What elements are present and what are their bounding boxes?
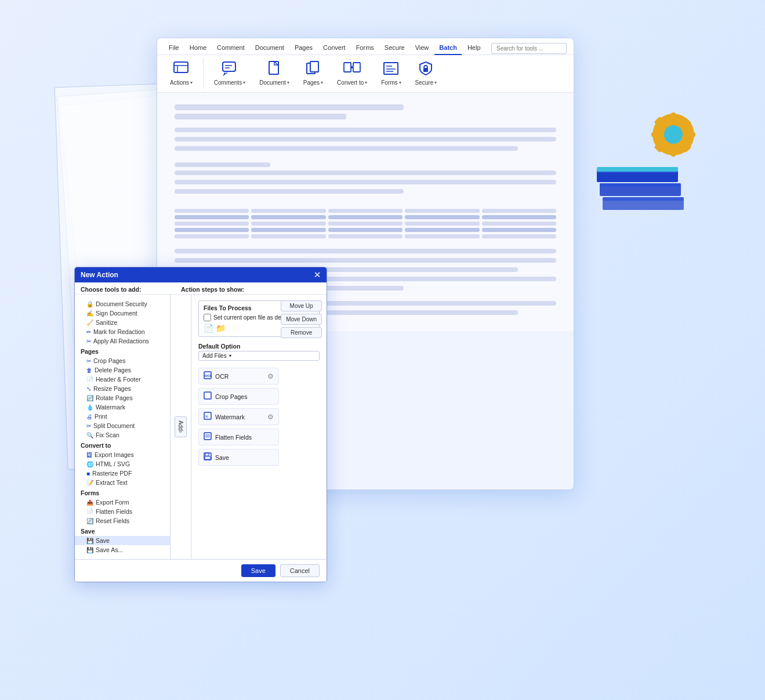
step-crop-pages[interactable]: Crop Pages [198, 388, 279, 405]
svg-rect-18 [174, 62, 188, 72]
step-watermark[interactable]: W Watermark ⚙ [198, 408, 279, 425]
add-file-icon[interactable]: 📄 [204, 324, 213, 333]
pages-button[interactable]: Pages ▾ [298, 59, 329, 88]
document-button[interactable]: Document ▾ [253, 59, 295, 88]
convert-to-section-header: Convert to [75, 440, 170, 450]
svg-rect-24 [269, 61, 278, 74]
svg-rect-1 [603, 197, 684, 201]
tools-item-document-security[interactable]: 🔒 Document Security [75, 299, 170, 309]
tools-item-save[interactable]: 💾Save [75, 536, 170, 545]
dialog-title: New Action [81, 271, 118, 279]
tab-secure[interactable]: Secure [380, 42, 409, 55]
add-step-button[interactable]: Add› [175, 416, 187, 437]
sanitize-icon: 🧹 [86, 320, 93, 326]
dialog-cancel-button[interactable]: Cancel [280, 564, 320, 577]
tools-item-apply-redactions[interactable]: ✂ Apply All Redactions [75, 336, 170, 346]
actions-icon [173, 61, 189, 78]
actions-button[interactable]: Actions ▾ [164, 59, 198, 88]
tools-item-mark-redaction[interactable]: ✏ Mark for Redaction [75, 327, 170, 336]
svg-rect-10 [671, 113, 676, 121]
open-folder-icon[interactable]: 📁 [216, 324, 226, 333]
convert-label: Convert to ▾ [337, 79, 367, 86]
default-option-chevron: ▾ [229, 353, 231, 358]
steps-panel-label: Action steps to show: [176, 286, 321, 293]
tools-item-crop-pages[interactable]: ✂Crop Pages [75, 356, 170, 365]
tools-item-header-footer[interactable]: 📄Header & Footer [75, 375, 170, 384]
ribbon-tabs: File Home Comment Document Pages Convert… [157, 38, 574, 55]
convert-button[interactable]: Convert to ▾ [331, 59, 373, 88]
svg-text:W: W [205, 415, 208, 418]
tab-help[interactable]: Help [463, 42, 485, 55]
tools-item-export-images[interactable]: 🖼Export Images [75, 450, 170, 459]
step-ocr-settings[interactable]: ⚙ [267, 372, 274, 380]
dialog-footer: Save Cancel [75, 559, 327, 582]
crop-pages-icon [204, 391, 212, 401]
remove-button[interactable]: Remove [281, 327, 322, 338]
tools-item-sanitize[interactable]: 🧹 Sanitize [75, 318, 170, 327]
move-down-button[interactable]: Move Down [281, 314, 322, 325]
default-option-label: Default Option [198, 343, 240, 350]
search-input[interactable] [491, 43, 567, 54]
tools-item-rotate-pages[interactable]: 🔃Rotate Pages [75, 393, 170, 402]
secure-label: Secure ▾ [415, 79, 437, 86]
step-save[interactable]: Save [198, 449, 279, 466]
set-current-file-checkbox[interactable] [204, 314, 211, 321]
svg-rect-26 [310, 61, 318, 72]
tools-panel-label: Choose tools to add: [81, 286, 176, 293]
tools-item-save-as[interactable]: 💾Save As... [75, 545, 170, 554]
tab-pages[interactable]: Pages [290, 42, 317, 55]
step-flatten-fields-label: Flatten Fields [215, 434, 274, 441]
tab-comment[interactable]: Comment [212, 42, 249, 55]
tools-item-reset-fields[interactable]: 🔄Reset Fields [75, 516, 170, 525]
dialog-save-button[interactable]: Save [241, 564, 275, 577]
default-option-row: Default Option [198, 343, 320, 350]
dialog-close-button[interactable]: ✕ [314, 271, 321, 279]
tab-convert[interactable]: Convert [318, 42, 350, 55]
ribbon-divider-1 [203, 59, 204, 89]
document-security-icon: 🔒 [86, 301, 93, 307]
tools-item-export-form[interactable]: 📤Export Form [75, 498, 170, 507]
svg-rect-21 [223, 62, 235, 71]
tab-view[interactable]: View [411, 42, 434, 55]
step-flatten-fields[interactable]: Flatten Fields [198, 429, 279, 445]
apply-redactions-icon: ✂ [86, 338, 91, 344]
tab-document[interactable]: Document [251, 42, 289, 55]
new-action-dialog: New Action ✕ Choose tools to add: Action… [74, 267, 327, 582]
tools-item-watermark[interactable]: 💧Watermark [75, 402, 170, 412]
step-ocr[interactable]: OCR OCR ⚙ [198, 368, 279, 385]
step-crop-pages-label: Crop Pages [215, 393, 274, 400]
save-icon [204, 452, 212, 462]
secure-button[interactable]: Secure ▾ [409, 59, 443, 88]
tools-item-print[interactable]: 🖨Print [75, 412, 170, 421]
svg-rect-36 [204, 392, 211, 399]
pages-section-header: Pages [75, 346, 170, 356]
tools-item-delete-pages[interactable]: 🗑Delete Pages [75, 365, 170, 375]
tools-item-rasterize-pdf[interactable]: ■Rasterize PDF [75, 469, 170, 478]
default-option-select[interactable]: Add Files ▾ [198, 351, 320, 361]
flatten-fields-icon [204, 432, 212, 442]
tools-item-extract-text[interactable]: 📝Extract Text [75, 478, 170, 487]
tab-file[interactable]: File [164, 42, 184, 55]
tab-forms[interactable]: Forms [351, 42, 379, 55]
side-buttons: Move Up Move Down Remove [281, 300, 322, 338]
pages-label: Pages ▾ [303, 79, 323, 86]
move-up-button[interactable]: Move Up [281, 300, 322, 311]
search-bar[interactable] [491, 43, 567, 54]
step-watermark-settings[interactable]: ⚙ [267, 413, 274, 421]
tools-item-resize-pages[interactable]: ⤡Resize Pages [75, 384, 170, 393]
tools-panel: 🔒 Document Security ✍ Sign Document 🧹 Sa… [75, 295, 171, 559]
svg-point-9 [664, 125, 683, 144]
tools-item-sign-document[interactable]: ✍ Sign Document [75, 309, 170, 318]
dialog-body: 🔒 Document Security ✍ Sign Document 🧹 Sa… [75, 295, 327, 559]
tab-home[interactable]: Home [185, 42, 211, 55]
tab-batch[interactable]: Batch [434, 42, 462, 55]
svg-rect-3 [600, 183, 681, 187]
tools-item-html-svg[interactable]: 🌐HTML / SVG [75, 459, 170, 469]
forms-button[interactable]: Forms ▾ [375, 59, 407, 88]
convert-icon [343, 61, 361, 78]
tools-item-fix-scan[interactable]: 🔍Fix Scan [75, 430, 170, 440]
tools-item-flatten-fields[interactable]: 📄Flatten Fields [75, 507, 170, 516]
step-watermark-label: Watermark [215, 414, 264, 420]
comments-button[interactable]: Comments ▾ [208, 59, 251, 88]
tools-item-split-document[interactable]: ✂Split Document [75, 421, 170, 430]
